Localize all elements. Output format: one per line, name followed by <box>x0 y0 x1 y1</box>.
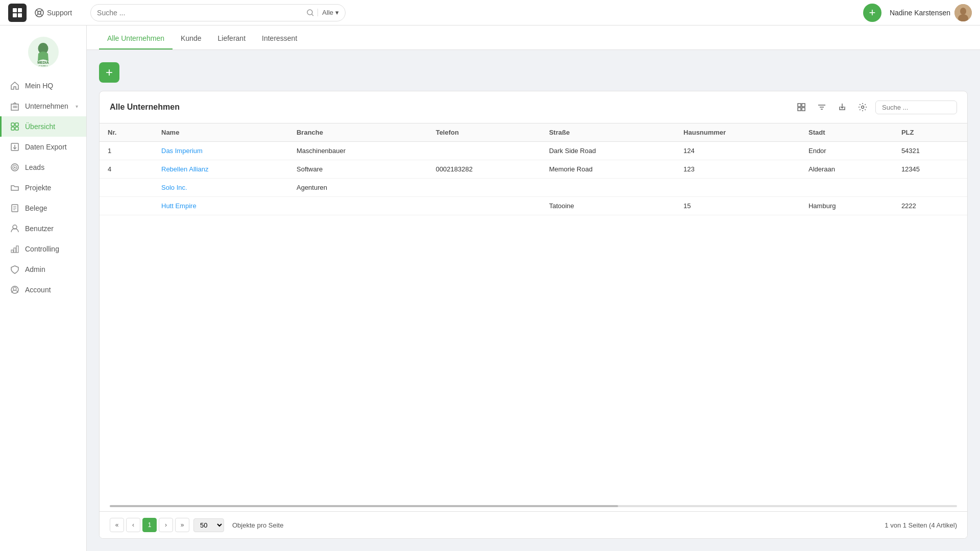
sidebar-item-leads[interactable]: Leads <box>0 157 86 178</box>
cell-strasse: Tatooine <box>541 197 675 215</box>
support-label: Support <box>47 9 72 17</box>
cell-branche: Software <box>288 160 428 179</box>
support-link[interactable]: Support <box>35 8 72 17</box>
topnav: Support Alle ▾ + Nadine Karstensen <box>0 0 980 26</box>
svg-rect-27 <box>15 127 18 130</box>
table-scroll-area: Nr. Name Branche Telefon Straße Hausnumm… <box>100 123 967 503</box>
cell-nr <box>100 197 153 215</box>
table-title: Alle Unternehmen <box>110 103 180 112</box>
subtabs-bar: Alle Unternehmen Kunde Lieferant Interes… <box>87 26 980 50</box>
cell-plz: 2222 <box>893 197 967 215</box>
sidebar-item-controlling[interactable]: Controlling <box>0 239 86 259</box>
sidebar-item-label: Leads <box>25 163 44 171</box>
col-plz: PLZ <box>893 123 967 142</box>
svg-point-42 <box>13 287 16 290</box>
cell-nr <box>100 179 153 197</box>
sidebar-item-belege[interactable]: Belege <box>0 198 86 218</box>
table-header: Alle Unternehmen <box>100 91 967 123</box>
sidebar-item-projekte[interactable]: Projekte <box>0 178 86 198</box>
sidebar-item-unternehmen[interactable]: Unternehmen ▾ <box>0 96 86 116</box>
companies-table: Nr. Name Branche Telefon Straße Hausnumm… <box>100 123 967 215</box>
cell-stadt: Alderaan <box>800 160 893 179</box>
filter-icon[interactable] <box>814 99 829 115</box>
table-row[interactable]: Solo Inc.Agenturen <box>100 179 967 197</box>
cell-telefon <box>428 179 541 197</box>
cell-branche: Maschinenbauer <box>288 142 428 160</box>
sidebar-item-benutzer[interactable]: Benutzer <box>0 218 86 239</box>
settings-icon[interactable] <box>855 99 870 115</box>
svg-point-13 <box>960 8 966 15</box>
search-input[interactable] <box>97 9 306 17</box>
svg-point-51 <box>862 106 864 109</box>
tab-kunde[interactable]: Kunde <box>173 28 209 49</box>
app-logo[interactable] <box>8 4 27 22</box>
sidebar-item-label: Unternehmen <box>25 102 68 110</box>
cell-branche: Agenturen <box>288 179 428 197</box>
table-row[interactable]: Hutt EmpireTatooine15Hamburg2222 <box>100 197 967 215</box>
action-row: + <box>99 62 968 83</box>
svg-point-32 <box>14 167 16 168</box>
topnav-right: + Nadine Karstensen <box>863 4 972 22</box>
svg-rect-39 <box>14 248 16 253</box>
tab-interessent[interactable]: Interessent <box>254 28 305 49</box>
cell-plz <box>893 179 967 197</box>
sidebar-item-label: Mein HQ <box>25 82 53 90</box>
sidebar-item-uebersicht[interactable]: Übersicht <box>0 116 86 137</box>
cell-plz: 12345 <box>893 160 967 179</box>
sidebar-item-label: Daten Export <box>25 143 67 151</box>
cell-nr: 1 <box>100 142 153 160</box>
global-search[interactable]: Alle ▾ <box>90 4 346 21</box>
sidebar-item-label: Projekte <box>25 184 51 192</box>
svg-text:MEDIA: MEDIA <box>37 61 49 64</box>
svg-rect-21 <box>15 106 17 108</box>
table-row[interactable]: 4Rebellen AllianzSoftware0002183282Memor… <box>100 160 967 179</box>
cell-hausnummer: 15 <box>675 197 800 215</box>
tab-alle-unternehmen[interactable]: Alle Unternehmen <box>99 28 173 49</box>
body-layout: MEDIA GMBH Mein HQ Unternehmen ▾ <box>0 26 980 551</box>
export-icon[interactable] <box>835 99 850 115</box>
last-page-button[interactable]: » <box>175 518 189 532</box>
per-page-select[interactable]: 50 25 100 <box>193 518 224 532</box>
next-page-button[interactable]: › <box>159 518 173 532</box>
table-search-input[interactable] <box>875 101 957 114</box>
sidebar-item-label: Admin <box>25 265 45 273</box>
add-company-button[interactable]: + <box>99 62 119 83</box>
svg-rect-46 <box>802 108 805 111</box>
cell-strasse: Memorie Road <box>541 160 675 179</box>
tab-lieferant[interactable]: Lieferant <box>210 28 254 49</box>
svg-rect-24 <box>11 123 14 126</box>
table-body: 1Das ImperiumMaschinenbauerDark Side Roa… <box>100 142 967 215</box>
svg-rect-26 <box>11 127 14 130</box>
svg-rect-20 <box>13 106 15 108</box>
cell-plz: 54321 <box>893 142 967 160</box>
cell-hausnummer <box>675 179 800 197</box>
home-icon <box>10 81 20 91</box>
global-add-button[interactable]: + <box>863 4 881 22</box>
sidebar-item-admin[interactable]: Admin <box>0 259 86 280</box>
sidebar-item-label: Belege <box>25 204 47 212</box>
cell-name: Solo Inc. <box>153 179 288 197</box>
prev-page-button[interactable]: ‹ <box>126 518 140 532</box>
user-menu[interactable]: Nadine Karstensen <box>890 4 972 21</box>
grid-icon <box>10 121 20 132</box>
table-row[interactable]: 1Das ImperiumMaschinenbauerDark Side Roa… <box>100 142 967 160</box>
chevron-down-icon: ▾ <box>76 104 78 109</box>
svg-text:GMBH: GMBH <box>39 65 48 66</box>
cell-name: Hutt Empire <box>153 197 288 215</box>
chart-icon <box>10 244 20 254</box>
sidebar-item-daten-export[interactable]: Daten Export <box>0 137 86 157</box>
search-scope-label: Alle <box>322 9 333 16</box>
sidebar-item-account[interactable]: Account <box>0 280 86 300</box>
first-page-button[interactable]: « <box>110 518 124 532</box>
col-name: Name <box>153 123 288 142</box>
folder-icon <box>10 183 20 193</box>
sidebar-item-mein-hq[interactable]: Mein HQ <box>0 76 86 96</box>
horizontal-scrollbar[interactable] <box>110 505 957 507</box>
view-toggle-icon[interactable] <box>794 99 809 115</box>
svg-line-8 <box>36 14 38 16</box>
search-scope-selector[interactable]: Alle ▾ <box>317 9 339 16</box>
page-1-button[interactable]: 1 <box>142 518 157 532</box>
col-hausnummer: Hausnummer <box>675 123 800 142</box>
sidebar-logo-area: MEDIA GMBH <box>0 32 86 76</box>
svg-line-11 <box>312 14 313 16</box>
